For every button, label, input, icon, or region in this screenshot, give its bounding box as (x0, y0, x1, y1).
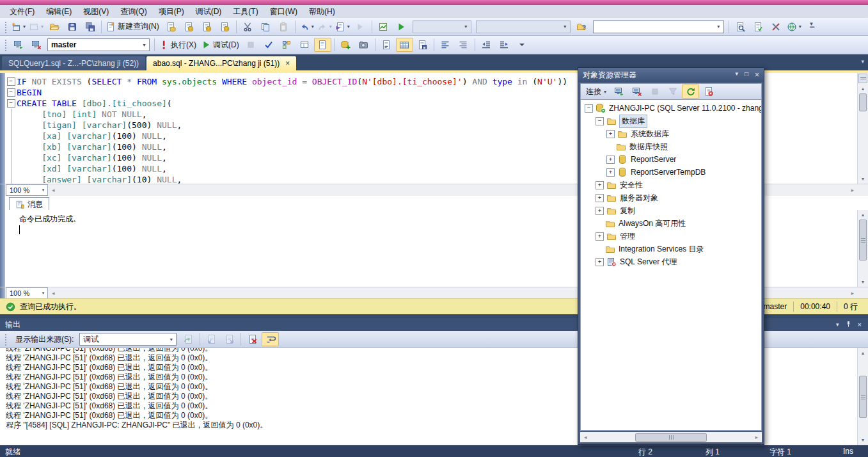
expand-icon[interactable]: + (596, 232, 604, 241)
scroll-down-icon[interactable]: ▾ (858, 435, 868, 445)
expand-icon[interactable]: + (596, 207, 604, 215)
query-options-button[interactable] (314, 38, 331, 52)
scroll-left-icon[interactable]: ◂ (52, 187, 55, 193)
menu-item[interactable]: 项目(P) (153, 5, 190, 19)
oe-disconnect-button[interactable] (628, 84, 645, 99)
new-item-button[interactable]: ▾ (28, 20, 45, 34)
collapse-icon[interactable]: − (5, 76, 17, 87)
results-to-grid-button[interactable] (396, 38, 413, 52)
xmla-query-button[interactable] (216, 20, 233, 34)
scroll-up-icon[interactable]: ▴ (858, 84, 868, 93)
tree-item[interactable]: +SQL Server 代理 (581, 255, 761, 268)
results-to-text-button[interactable] (378, 38, 395, 52)
editor-vertical-scrollbar[interactable]: ▴ ▾ (857, 73, 868, 184)
tree-item[interactable]: −ZHANGJI-PC (SQL Server 11.0.2100 - zhan… (581, 102, 761, 115)
menu-item[interactable]: 文件(F) (4, 5, 40, 19)
scroll-right-icon[interactable]: ▸ (755, 434, 758, 440)
scroll-thumb[interactable] (635, 433, 707, 442)
scroll-thumb[interactable] (859, 220, 867, 261)
close-icon[interactable]: × (858, 321, 862, 328)
next-message-button[interactable] (221, 332, 238, 346)
find-combo[interactable]: ▾ (593, 20, 724, 33)
document-tab-1[interactable]: SQLQuery1.sql - Z...-PC\zhang ji (52)) (2, 56, 145, 70)
activity-monitor-button[interactable] (375, 20, 392, 34)
web-browser-button[interactable]: ▾ (785, 20, 803, 34)
toolbar-grip[interactable] (4, 333, 8, 346)
goto-message-button[interactable] (180, 332, 197, 346)
tree-item[interactable]: +ReportServerTempDB (581, 166, 761, 179)
scroll-up-icon[interactable]: ▴ (858, 348, 868, 358)
parse-button[interactable] (260, 38, 278, 52)
scroll-down-icon[interactable]: ▾ (858, 277, 868, 287)
uncomment-button[interactable] (455, 38, 472, 52)
scroll-thumb[interactable] (859, 93, 867, 111)
open-file-button[interactable] (45, 20, 63, 34)
oe-script-button[interactable] (700, 84, 717, 99)
navigate-forward-button[interactable] (352, 20, 369, 34)
available-databases-combo[interactable]: master▾ (47, 38, 150, 51)
oe-filter-button[interactable] (664, 84, 681, 99)
toolbar-combo-1[interactable]: ▾ (413, 20, 471, 33)
scroll-left-icon[interactable]: ◂ (52, 290, 55, 296)
execute-button[interactable]: 执行(X) (157, 38, 199, 52)
paste-button[interactable] (275, 20, 292, 34)
menu-item[interactable]: 调试(D) (190, 5, 228, 19)
save-all-button[interactable] (81, 20, 99, 34)
find-button[interactable] (732, 20, 749, 34)
tree-item[interactable]: Integration Services 目录 (581, 243, 761, 255)
toggle-word-wrap-button[interactable] (262, 332, 279, 346)
decrease-indent-button[interactable] (478, 38, 495, 52)
expand-icon[interactable]: + (606, 130, 615, 138)
oe-refresh-button[interactable] (682, 84, 699, 99)
scroll-right-icon[interactable]: ▸ (851, 290, 854, 296)
tree-item[interactable]: +安全性 (581, 179, 761, 191)
tree-item[interactable]: +复制 (581, 204, 761, 217)
redo-button[interactable]: ▾ (316, 20, 333, 34)
menu-item[interactable]: 窗口(W) (264, 5, 303, 19)
cut-button[interactable] (239, 20, 256, 34)
expand-icon[interactable]: + (596, 258, 604, 266)
database-engine-query-button[interactable] (162, 20, 180, 34)
tree-item[interactable]: 数据库快照 (581, 140, 761, 153)
intellisense-button[interactable] (337, 38, 354, 52)
clear-all-button[interactable] (244, 332, 261, 346)
component-browser-button[interactable]: ? (573, 20, 590, 34)
output-vertical-scrollbar[interactable]: ▴ ▾ (857, 348, 868, 445)
toolbar-combo-2[interactable]: ▾ (476, 20, 571, 33)
expand-icon[interactable]: + (596, 181, 604, 189)
tree-item[interactable]: +服务器对象 (581, 191, 761, 204)
expand-icon[interactable]: + (606, 156, 615, 164)
scroll-thumb[interactable] (859, 376, 867, 418)
stop-button[interactable] (242, 38, 260, 52)
toolbar-overflow-button[interactable]: ▾▔ (803, 20, 821, 34)
results-to-file-button[interactable] (414, 38, 431, 52)
oe-stop-button[interactable] (646, 84, 663, 99)
undo-button[interactable]: ▾ (298, 20, 315, 34)
maximize-icon[interactable]: □ (745, 70, 748, 79)
toolbar-grip[interactable] (4, 20, 8, 33)
expand-icon[interactable]: + (606, 168, 615, 177)
collapse-icon[interactable]: − (596, 117, 604, 125)
expand-icon[interactable]: + (596, 194, 604, 202)
scroll-left-icon[interactable]: ◂ (584, 434, 587, 440)
menu-item[interactable]: 编辑(E) (40, 5, 77, 19)
tree-item[interactable]: +管理 (581, 230, 761, 243)
copy-button[interactable] (257, 20, 274, 34)
tree-item[interactable]: AlwaysOn 高可用性 (581, 217, 761, 230)
messages-zoom-select[interactable]: 100 % ▾ (6, 287, 48, 299)
estimated-plan-button[interactable] (278, 38, 296, 52)
tree-item[interactable]: +ReportServer (581, 153, 761, 166)
connect-button[interactable]: 连接 ▾ (583, 85, 609, 98)
output-source-combo[interactable]: 调试 ▾ (79, 333, 177, 346)
new-query-button[interactable]: 新建查询(N) (104, 20, 162, 34)
split-handle[interactable] (858, 74, 867, 83)
tree-item[interactable]: −数据库 (581, 115, 761, 127)
change-connection-button[interactable] (28, 38, 45, 52)
collapse-icon[interactable]: − (5, 98, 17, 109)
collapse-icon[interactable]: − (585, 104, 593, 113)
close-icon[interactable]: × (755, 70, 759, 79)
window-position-icon[interactable]: ▾ (735, 70, 738, 79)
client-statistics-button[interactable] (355, 38, 372, 52)
start-button[interactable] (393, 20, 410, 34)
tab-list-chevron-icon[interactable]: ▾ (861, 58, 864, 65)
